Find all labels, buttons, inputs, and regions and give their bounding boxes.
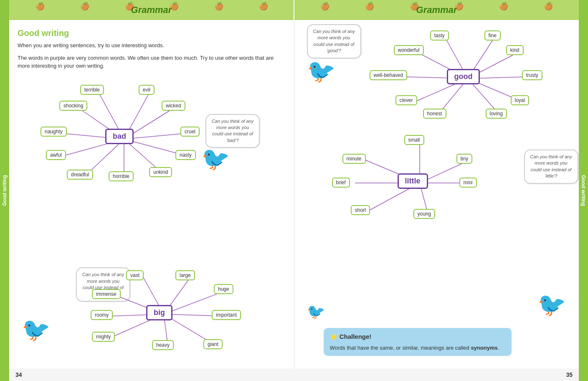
word-roomy: roomy [91,310,113,320]
header: 🍎🍎🍎🍎🍎🍎 Grammar 🍎🍎🍎🍎🍎🍎 Grammar [9,0,579,20]
word-huge: huge [214,284,233,294]
big-center: big [146,305,172,320]
page-number-right: 35 [566,371,573,378]
word-young: young [413,209,436,219]
word-evil: evil [139,85,155,95]
page-right: 🐦 Can you think of any more words you co… [294,20,579,368]
header-left: 🍎🍎🍎🍎🍎🍎 Grammar [9,0,294,20]
purple-bird: 🐦 [307,58,336,85]
page: Good writing 🍎🍎🍎🍎🍎🍎 Grammar 🍎🍎🍎🍎🍎🍎 Gramm… [0,0,588,381]
green-bird: 🐦 [201,145,230,173]
word-wicked: wicked [162,101,185,111]
svg-line-8 [86,139,124,175]
little-bubble-text: Can you think of any more words you coul… [530,154,572,178]
word-tiny: tiny [456,154,473,164]
word-mighty: mighty [92,332,115,342]
word-fine: fine [484,30,501,41]
footer: 34 35 [9,368,579,381]
red-bird: 🐦 [537,291,566,318]
bad-bubble-text: Can you think of any more words you coul… [212,119,253,143]
word-honest: honest [423,109,446,119]
bad-center: bad [105,129,134,144]
word-kind: kind [506,45,524,55]
challenge-icon: ⭐ [330,333,338,340]
content-area: 🍎🍎🍎🍎🍎🍎 Grammar 🍎🍎🍎🍎🍎🍎 Grammar Good writi… [9,0,579,381]
word-loving: loving [486,109,507,119]
sidebar-left: Good writing [0,0,9,381]
section-title: Good writing [18,28,281,38]
intro-text2: The words in purple are very common word… [18,54,281,70]
small-bird: 🐦 [307,303,325,320]
word-shocking: shocking [59,101,87,111]
word-trusty: trusty [522,70,542,80]
word-tasty: tasty [430,30,449,41]
little-bubble: Can you think of any more words you coul… [524,150,578,184]
word-nasty: nasty [175,150,196,160]
word-brief: brief [332,178,350,188]
footer-left: 34 [9,368,294,381]
pages-area: Good writing When you are writing senten… [9,20,579,368]
word-well-behaved: well-behaved [370,70,408,80]
sidebar-right-label: Good writing [580,175,586,206]
little-word-map: little small minute tiny brief mini shor… [324,133,516,229]
challenge-text: Words that have the same, or similar, me… [330,344,505,352]
good-word-map: good tasty fine wonderful kind well-beha… [357,28,566,120]
word-small: small [404,135,424,145]
sidebar-right: Good writing [579,0,588,381]
bad-bubble: Can you think of any more words you coul… [205,114,260,148]
bad-word-map: bad terrible evil wicked shocking naught… [18,74,281,191]
big-word-map: big vast large huge immense roomy import… [80,268,247,360]
word-dreadful: dreadful [67,170,93,180]
word-wonderful: wonderful [394,45,424,55]
word-giant: giant [203,339,223,349]
page-left: Good writing When you are writing senten… [9,20,294,368]
page-number-left: 34 [15,371,22,378]
header-right: 🍎🍎🍎🍎🍎🍎 Grammar [294,0,579,20]
word-important: important [212,310,241,320]
word-heavy: heavy [152,340,174,350]
word-minute: minute [342,154,366,164]
blue-bird: 🐦 [22,316,51,343]
word-unkind: unkind [149,167,172,177]
word-large: large [175,270,195,280]
little-center: little [398,173,428,189]
word-immense: immense [92,289,121,299]
word-terrible: terrible [80,85,104,95]
good-bubble-text: Can you think of any more words you coul… [313,29,355,53]
good-bubble: Can you think of any more words you coul… [307,24,361,58]
word-mini: mini [459,178,477,188]
word-awful: awful [46,150,66,160]
word-naughty: naughty [41,127,67,137]
challenge-title: ⭐ Challenge! [330,332,505,342]
word-horrible: horrible [109,171,134,181]
word-vast: vast [126,270,144,280]
intro-text1: When you are writing sentences, try to u… [18,41,281,50]
word-clever: clever [395,95,417,105]
sidebar-left-label: Good writing [2,175,8,206]
word-cruel: cruel [180,127,200,137]
challenge-box: ⭐ Challenge! Words that have the same, o… [324,328,512,356]
word-short: short [351,205,370,215]
good-center: good [447,69,480,84]
footer-right: 35 [294,368,579,381]
word-loyal: loyal [511,95,530,105]
